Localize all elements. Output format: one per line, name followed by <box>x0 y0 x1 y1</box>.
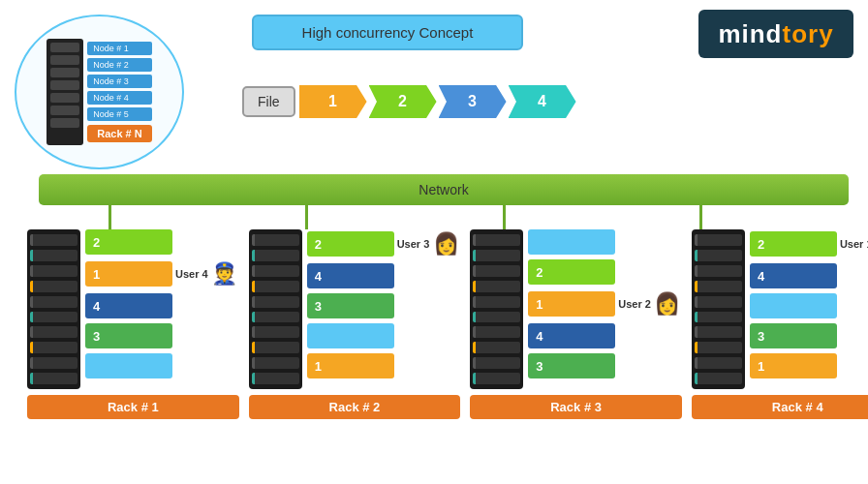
rack-unit-3: 2 1 User 2 👩 4 3 Rack # 3 <box>470 229 682 419</box>
connector-3 <box>503 205 506 229</box>
rack2-node-empty <box>307 323 394 348</box>
rack-n-node-1: Node # 1 <box>87 42 151 55</box>
rack3-node-empty <box>528 229 615 255</box>
rack1-node-1: 1 <box>85 261 172 287</box>
page-title: High concurrency Concept <box>252 15 523 50</box>
user2-label: User 2 <box>618 298 651 310</box>
rack-unit-1: 2 1 User 4 👮 4 3 <box>27 229 239 419</box>
rack-n-node-4: Node # 4 <box>87 91 151 105</box>
rack2-node-2: 2 <box>307 231 394 257</box>
pipeline-step-3: 3 <box>439 85 507 118</box>
rack-n-node-2: Node # 2 <box>87 58 151 72</box>
rack1-node-4: 4 <box>85 293 172 318</box>
rack2-node-4: 4 <box>307 263 394 288</box>
rack-unit-2: 2 User 3 👩 4 3 1 <box>249 229 461 419</box>
rack1-node-3: 3 <box>85 323 172 348</box>
logo-text: mindtory <box>718 19 833 49</box>
connector-1 <box>108 205 111 229</box>
rack3-label: Rack # 3 <box>470 395 682 419</box>
rack1-node-2: 2 <box>85 229 172 255</box>
rack-n-server <box>46 39 83 145</box>
rack2-label: Rack # 2 <box>249 395 461 419</box>
rack-n-node-5: Node # 5 <box>87 107 151 121</box>
pipeline-step-1: 1 <box>299 85 367 118</box>
user2-icon: 👩 <box>653 289 682 318</box>
pipeline-step-4: 4 <box>509 85 576 118</box>
rack-3-server <box>470 229 523 389</box>
rack-n-label: Rack # N <box>87 125 151 142</box>
rack3-node-1: 1 <box>528 291 615 317</box>
rack-2-server <box>249 229 302 389</box>
connector-2 <box>305 205 308 229</box>
rack-n-diagram: Node # 1 Node # 2 Node # 3 Node # 4 Node… <box>15 15 184 169</box>
connector-4 <box>699 205 702 229</box>
user3-icon: 👩 <box>431 229 460 258</box>
rack3-node-3: 3 <box>528 353 615 378</box>
racks-area: 2 1 User 4 👮 4 3 <box>27 229 856 419</box>
rack4-node-2: 2 <box>750 231 837 257</box>
rack2-node-3: 3 <box>307 293 394 318</box>
rack-n-node-3: Node # 3 <box>87 75 151 88</box>
user4-label: User 4 <box>175 268 208 280</box>
rack3-node-4: 4 <box>528 323 615 348</box>
rack4-node-3: 3 <box>750 323 837 348</box>
rack4-node-1: 1 <box>750 353 837 378</box>
rack-unit-4: 2 User 1 👮 4 3 1 <box>692 229 868 419</box>
pipeline-step-2: 2 <box>369 85 437 118</box>
network-bar: Network <box>39 174 849 205</box>
user4-icon: 👮 <box>210 259 239 288</box>
rack-1-server <box>27 229 80 389</box>
pipeline: File 1 2 3 4 <box>242 85 578 118</box>
rack4-label: Rack # 4 <box>692 395 868 419</box>
user1-label: User 1 <box>840 238 868 250</box>
user3-label: User 3 <box>397 238 430 250</box>
rack1-label: Rack # 1 <box>27 395 239 419</box>
logo: mindtory <box>698 10 853 58</box>
rack1-node-empty <box>85 353 172 378</box>
rack-4-server <box>692 229 745 389</box>
rack4-node-4: 4 <box>750 263 837 288</box>
rack-n-nodes: Node # 1 Node # 2 Node # 3 Node # 4 Node… <box>87 42 151 121</box>
rack2-node-1: 1 <box>307 353 394 378</box>
rack3-node-2: 2 <box>528 259 615 285</box>
rack4-node-empty <box>750 293 837 318</box>
pipeline-file: File <box>242 86 295 117</box>
